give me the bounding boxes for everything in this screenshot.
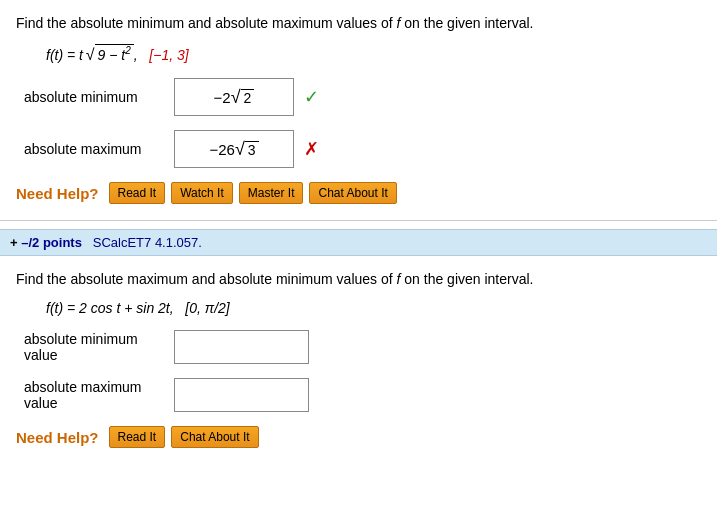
- problem-statement-2: Find the absolute maximum and absolute m…: [16, 268, 701, 290]
- need-help-row-1: Need Help? Read It Watch It Master It Ch…: [16, 182, 701, 204]
- abs-max-label-2: absolute maximum value: [24, 379, 174, 411]
- abs-max-input-2[interactable]: [174, 378, 309, 412]
- f-variable-2: f: [397, 271, 401, 287]
- points-badge: –/2 points: [21, 235, 82, 250]
- chat-about-it-button-2[interactable]: Chat About It: [171, 426, 258, 448]
- problem-id: SCalcET7 4.1.057.: [93, 235, 202, 250]
- read-it-button-2[interactable]: Read It: [109, 426, 166, 448]
- watch-it-button-1[interactable]: Watch It: [171, 182, 233, 204]
- section-2-header: + –/2 points SCalcET7 4.1.057.: [0, 229, 717, 256]
- need-help-label-1: Need Help?: [16, 185, 99, 202]
- need-help-row-2: Need Help? Read It Chat About It: [16, 426, 701, 448]
- incorrect-icon-1: ✗: [304, 138, 319, 160]
- need-help-label-2: Need Help?: [16, 429, 99, 446]
- abs-max-input-1[interactable]: −26√3: [174, 130, 294, 168]
- abs-max-row-1: absolute maximum −26√3 ✗: [24, 130, 701, 168]
- formula-2: f(t) = 2 cos t + sin 2t, [0, π/2]: [46, 300, 701, 316]
- read-it-button-1[interactable]: Read It: [109, 182, 166, 204]
- bullet-icon: +: [10, 235, 18, 250]
- section-2: Find the absolute maximum and absolute m…: [0, 256, 717, 464]
- master-it-button-1[interactable]: Master It: [239, 182, 304, 204]
- abs-min-label-2: absolute minimum value: [24, 331, 174, 363]
- section-1: Find the absolute minimum and absolute m…: [0, 0, 717, 221]
- chat-about-it-button-1[interactable]: Chat About It: [309, 182, 396, 204]
- problem-statement-1: Find the absolute minimum and absolute m…: [16, 12, 701, 34]
- abs-min-input-2[interactable]: [174, 330, 309, 364]
- abs-min-row-1: absolute minimum −2√2 ✓: [24, 78, 701, 116]
- abs-min-input-1[interactable]: −2√2: [174, 78, 294, 116]
- abs-max-row-2: absolute maximum value: [24, 378, 701, 412]
- correct-icon-1: ✓: [304, 86, 319, 108]
- abs-max-label-1: absolute maximum: [24, 141, 174, 157]
- f-variable-1: f: [397, 15, 401, 31]
- formula-1: f(t) = t √9 − t2, [−1, 3]: [46, 44, 701, 64]
- abs-min-label-1: absolute minimum: [24, 89, 174, 105]
- abs-min-row-2: absolute minimum value: [24, 330, 701, 364]
